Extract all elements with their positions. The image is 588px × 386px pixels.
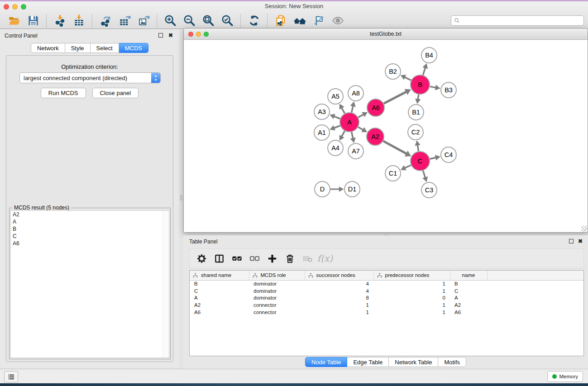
table-tab-motifs[interactable]: Motifs <box>438 357 466 367</box>
mcds-result-item[interactable]: A2 <box>11 211 169 218</box>
search-input[interactable] <box>462 18 581 24</box>
hide-flag-icon[interactable] <box>312 14 325 28</box>
edge-B-B3[interactable] <box>430 86 436 88</box>
select-all-icon[interactable] <box>231 253 243 264</box>
edge-B-B1[interactable] <box>418 95 419 100</box>
table-tab-node-table[interactable]: Node Table <box>305 357 348 367</box>
cell-successor-nodes[interactable]: 1 <box>305 309 373 316</box>
cell-MCDS-role[interactable]: dominator <box>249 287 305 295</box>
graph-node-B1[interactable]: B1 <box>408 105 424 120</box>
edge-B-B4[interactable] <box>423 67 425 75</box>
graph-node-D[interactable]: D <box>315 181 330 197</box>
table-tab-edge-table[interactable]: Edge Table <box>347 357 389 367</box>
tab-network[interactable]: Network <box>31 43 65 53</box>
mcds-result-item[interactable]: B <box>11 225 169 233</box>
cell-shared-name[interactable]: A6 <box>190 309 249 316</box>
graph-node-C1[interactable]: C1 <box>385 166 401 181</box>
tab-select[interactable]: Select <box>91 43 119 53</box>
graph-node-A3[interactable]: A3 <box>314 104 330 119</box>
table-row[interactable]: A6connector11A6 <box>190 309 583 316</box>
table-row[interactable]: A2connector11A2 <box>190 301 583 309</box>
edge-A-A2[interactable] <box>358 127 363 130</box>
table-row[interactable]: Adominator80A <box>190 295 583 302</box>
cell-MCDS-role[interactable]: dominator <box>249 295 305 302</box>
table-close-panel-icon[interactable]: ✖ <box>578 238 583 244</box>
criterion-dropdown[interactable]: largest connected component (directed) ▲… <box>19 72 161 83</box>
window-resize-grip[interactable] <box>581 226 587 232</box>
graph-node-C2[interactable]: C2 <box>408 124 423 140</box>
cell-predecessor-nodes[interactable]: 1 <box>373 309 450 316</box>
cell-MCDS-role[interactable]: dominator <box>249 280 305 287</box>
search-field[interactable] <box>451 15 584 26</box>
edge-A2-C[interactable] <box>383 141 407 154</box>
cell-MCDS-role[interactable]: connector <box>249 309 305 316</box>
export-table-icon[interactable] <box>118 14 131 28</box>
cell-predecessor-nodes[interactable]: 1 <box>373 287 450 295</box>
graph-node-B[interactable]: B <box>411 75 430 94</box>
cell-predecessor-nodes[interactable]: 0 <box>373 295 450 302</box>
column-header-MCDS-role[interactable]: MCDS role <box>249 271 305 280</box>
graph-node-D1[interactable]: D1 <box>344 181 360 197</box>
add-column-icon[interactable] <box>266 253 278 264</box>
memory-button[interactable]: Memory <box>547 371 583 382</box>
run-mcds-button[interactable]: Run MCDS <box>41 88 86 98</box>
cell-shared-name[interactable]: A2 <box>190 301 249 309</box>
graph-node-A8[interactable]: A8 <box>348 86 363 101</box>
edge-A-A6[interactable] <box>358 114 363 118</box>
mcds-result-item[interactable]: C <box>11 233 169 240</box>
cell-successor-nodes[interactable]: 4 <box>305 287 373 295</box>
cell-successor-nodes[interactable]: 1 <box>305 301 373 309</box>
edge-C-C3[interactable] <box>423 171 425 178</box>
edge-A-A8[interactable] <box>352 106 353 113</box>
mcds-result-item[interactable]: A <box>11 218 169 225</box>
graph-node-C4[interactable]: C4 <box>441 147 456 162</box>
edge-A6-B[interactable] <box>384 92 406 104</box>
cell-predecessor-nodes[interactable]: 1 <box>373 301 450 309</box>
column-header-name[interactable]: name <box>450 271 487 280</box>
graph-node-C3[interactable]: C3 <box>421 182 437 198</box>
import-network-icon[interactable] <box>53 14 67 28</box>
table-tab-network-table[interactable]: Network Table <box>389 357 438 367</box>
cell-name[interactable]: A6 <box>450 309 487 316</box>
titlebar[interactable]: Session: New Session <box>0 1 588 11</box>
mcds-list-scrollbar[interactable] <box>163 211 169 357</box>
table-row[interactable]: Bdominator41B <box>190 280 583 287</box>
column-layout-icon[interactable] <box>213 253 225 264</box>
refresh-icon[interactable] <box>247 14 261 28</box>
edge-A-A7[interactable] <box>352 132 353 138</box>
cell-successor-nodes[interactable]: 4 <box>305 280 373 287</box>
export-network-icon[interactable] <box>99 14 112 28</box>
graph-node-B3[interactable]: B3 <box>441 82 456 98</box>
network-window-titlebar[interactable]: testGlobe.txt <box>184 29 588 40</box>
graph-node-B4[interactable]: B4 <box>421 48 437 63</box>
edge-A-A5[interactable] <box>342 108 345 114</box>
network-minimize-button[interactable] <box>196 32 201 37</box>
zoom-out-icon[interactable] <box>182 14 196 28</box>
node-table[interactable]: shared nameMCDS rolesuccessor nodesprede… <box>189 270 584 356</box>
clone-network-icon[interactable] <box>274 14 287 28</box>
close-window-button[interactable] <box>4 4 9 10</box>
cell-name[interactable]: C <box>450 287 487 295</box>
edge-B-B2[interactable] <box>405 77 411 80</box>
close-panel-icon[interactable]: ✖ <box>168 32 173 38</box>
edge-A-A3[interactable] <box>334 116 340 119</box>
export-image-icon[interactable] <box>137 14 150 28</box>
cell-name[interactable]: A2 <box>450 301 487 309</box>
edge-A-A1[interactable] <box>334 126 340 128</box>
edge-A-A4[interactable] <box>342 131 345 137</box>
column-header-shared-name[interactable]: shared name <box>190 271 249 280</box>
graph-node-A[interactable]: A <box>340 113 359 132</box>
cell-name[interactable]: B <box>450 280 487 287</box>
graph-node-A2[interactable]: A2 <box>367 128 384 145</box>
zoom-window-button[interactable] <box>21 4 26 10</box>
network-canvas[interactable]: B4B2BB3A8A5A6A3B1AC2A1A2A4A7C4CC1C3DD1 <box>184 40 587 232</box>
graph-node-A7[interactable]: A7 <box>348 143 363 159</box>
home-icon[interactable] <box>293 14 306 28</box>
show-details-eye-icon[interactable] <box>331 14 344 28</box>
mcds-result-list[interactable]: A2ABCA6 <box>10 210 169 358</box>
edge-C-C2[interactable] <box>417 145 418 151</box>
column-header-predecessor-nodes[interactable]: predecessor nodes <box>373 271 450 280</box>
tab-mcds[interactable]: MCDS <box>119 43 148 53</box>
table-row[interactable]: Cdominator41C <box>190 287 583 295</box>
save-session-icon[interactable] <box>26 14 40 28</box>
